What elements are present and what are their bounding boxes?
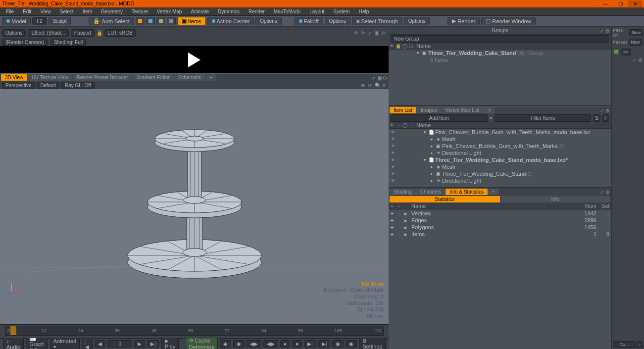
close-button[interactable]: ✕ [628,0,642,7]
step-back-button[interactable]: ◀ [95,340,105,348]
tab-info-stats[interactable]: Info & Statistics [446,189,488,195]
panel-expand-icon[interactable]: ⤢ [600,108,605,113]
panel-gear-icon[interactable]: ⚙ [605,108,610,113]
item-row[interactable]: 👁▸◈Mesh [389,136,611,143]
skip-start-button[interactable]: |◀ [82,338,93,349]
tab-gradient[interactable]: Gradient Editor [133,74,174,81]
panel-expand-icon[interactable]: ⤢ [600,190,605,195]
stats-row[interactable]: +-▸Items10 [389,231,611,238]
lock-col-icon[interactable]: 🔒 [395,44,401,49]
expand-icon[interactable]: ⤢ [368,30,373,35]
group-child-row[interactable]: 5 Items [389,56,611,63]
options-3-button[interactable]: Options [404,17,430,25]
filter-items-input[interactable]: Filter Items [495,114,592,122]
auto-select-button[interactable]: 🔒Auto Select [89,17,134,25]
tab-channels[interactable]: Channels [416,189,445,195]
preview-effect[interactable]: Effect: (Shadi... [28,29,68,37]
panel-expand-icon[interactable]: ⤢ [372,75,377,80]
tab-itemlist[interactable]: Item List [390,107,416,113]
menu-layout[interactable]: Layout [305,8,328,15]
menu-file[interactable]: File [2,8,18,15]
selmode-1[interactable] [136,17,145,25]
visibility-icon[interactable]: 👁 [389,123,395,128]
frame-input[interactable] [107,340,132,348]
move-icon[interactable]: ✥ [354,30,359,35]
menu-system[interactable]: System [329,8,353,15]
tab-vmaplist[interactable]: Vertex Map List [442,107,484,113]
tab-add[interactable]: + [488,189,499,195]
timeline[interactable]: 0 12 24 36 48 60 72 84 96 108 120 [0,324,389,338]
add-item-button[interactable]: Add Item [391,114,488,122]
settings-button[interactable]: ⚙ Settings [359,337,386,349]
play-button[interactable]: ▶ Play [161,337,179,349]
model-button[interactable]: Model [2,17,31,25]
stats-row[interactable]: +-▸Polygons1456... [389,224,611,231]
preview-lut[interactable]: LUT: sRGB [104,29,136,37]
anim-tool-5[interactable]: ● [280,340,290,348]
anim-tool-8[interactable]: ▶| [318,340,331,348]
audio-button[interactable]: ♪ Audio [3,337,24,349]
tab-render-preset[interactable]: Render Preset Browser [73,74,132,81]
anim-tool-4[interactable]: ◀▶ [263,340,278,348]
col-icon-3[interactable]: ◯ [401,123,408,128]
render-camera[interactable]: (Render Camera) [2,39,48,46]
menu-animate[interactable]: Animate [187,8,213,15]
tab-add[interactable]: + [206,74,217,81]
col-icon-3[interactable]: ◯ [401,44,408,49]
item-row[interactable]: 👁▸▣Three_Tier_Wedding_Cake_Stand (2) [389,170,611,177]
visibility-icon[interactable]: 👁 [389,44,395,49]
axis-gizmo[interactable] [7,281,22,297]
subtab-statistics[interactable]: Statistics [390,196,500,202]
panel-max-icon[interactable]: ▣ [377,75,382,80]
menu-view[interactable]: View [36,8,55,15]
color-col-icon[interactable]: ▫ [408,123,414,128]
anim-tool-9[interactable]: ◉ [332,340,344,348]
tab-images[interactable]: Images [417,107,441,113]
menu-select[interactable]: Select [56,8,78,15]
anim-tool-7[interactable]: ▶| [304,340,316,348]
stats-row[interactable]: +-▸Vertices1442... [389,210,611,217]
action-center-button[interactable]: Action Center [207,17,254,25]
anim-tool-6[interactable]: ● [292,340,302,348]
step-fwd-button[interactable]: ▶ [134,340,145,348]
options-1-button[interactable]: Options [255,17,281,25]
col-icon-4[interactable]: ▢ [408,44,414,49]
render-preview[interactable] [0,46,389,73]
gear-icon[interactable]: ⚙ [382,30,387,35]
refresh-icon[interactable]: ⟳ [361,30,366,35]
tab-schematic[interactable]: Schematic [174,74,205,81]
refresh-icon[interactable]: ⟳ [613,49,620,55]
filter-f-button[interactable]: F [602,114,609,122]
menu-edit[interactable]: Edit [19,8,35,15]
options-2-button[interactable]: Options [325,17,350,25]
preview-options[interactable]: Options [2,29,26,37]
filter-s-button[interactable]: S [593,114,600,122]
forward-button[interactable]: >> [621,49,631,55]
menu-texture[interactable]: Texture [128,8,152,15]
passes-new-button[interactable]: New [629,39,643,46]
vp-zoom-icon[interactable]: 🔍 [375,83,380,88]
animated-dropdown[interactable]: Animated ▾ [50,337,80,349]
anim-tool-1[interactable]: ◉ [220,340,231,348]
anim-tool-10[interactable]: ◉ [346,340,357,348]
render-button[interactable]: ▶Render [447,17,480,25]
menu-vertexmap[interactable]: Vertex Map [153,8,186,15]
menu-maxtomodo[interactable]: MaxToModo [270,8,304,15]
panel-expand-icon[interactable]: ⤢ [599,28,604,33]
3d-viewport[interactable]: No Items Polygons : Catmull-Clark Channe… [0,89,389,324]
stats-row[interactable]: +-▸Edges2896... [389,217,611,224]
new-group-button[interactable]: New Group [391,35,609,43]
preview-paused[interactable]: Paused [71,29,95,37]
select-through-button[interactable]: ≡Select Through [352,17,402,25]
menu-item[interactable]: Item [79,8,96,15]
menu-render[interactable]: Render [245,8,269,15]
render-window-button[interactable]: ▢Render Window [481,17,535,25]
sculpt-button[interactable]: Sculpt [49,17,71,25]
panel-gear-icon[interactable]: ⚙ [383,75,388,80]
perspective-dropdown[interactable]: Perspective [2,82,35,89]
anim-tool-3[interactable]: ◀▶ [247,340,261,348]
menu-help[interactable]: Help [355,8,373,15]
f2-button[interactable]: F2 [32,17,47,25]
co-button[interactable]: Co... [613,341,636,348]
tab-3dview[interactable]: 3D View [1,74,27,81]
